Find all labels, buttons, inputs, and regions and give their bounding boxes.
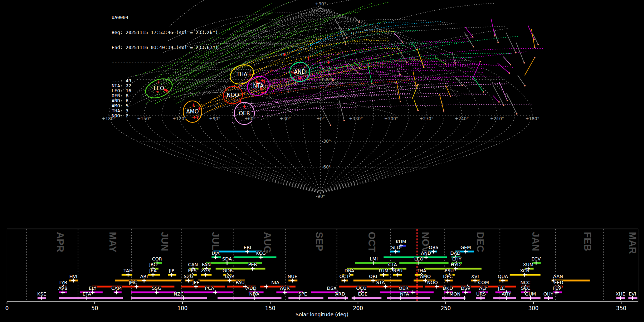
meteor-segment bbox=[396, 81, 400, 102]
shower-bar-label-PCA: PCA bbox=[205, 286, 214, 291]
shower-count-legend: ...: 49NTA: 22LEO: 16OER: 8AND: 6AMO: 5T… bbox=[112, 78, 224, 118]
shower-bar-label-LMI: LMI bbox=[370, 256, 377, 262]
shower-bar-ERI bbox=[213, 251, 262, 253]
shower-bar-label-CAP: CAP bbox=[225, 274, 234, 279]
meteor-segment-tip bbox=[323, 68, 324, 69]
shower-bar-label-QUA: QUA bbox=[498, 274, 508, 279]
meteor-segment-tip bbox=[443, 110, 444, 112]
shower-bar-label-SZC: SZC bbox=[184, 274, 193, 279]
shower-peak-cross-CAM bbox=[114, 291, 118, 294]
meteor-segment bbox=[411, 43, 416, 49]
axis-tick-label: 250 bbox=[440, 305, 451, 312]
shower-peak-cross-TAH bbox=[126, 273, 130, 277]
meteor-trail bbox=[238, 93, 410, 108]
meteor-segment-tip bbox=[345, 44, 346, 45]
meteor-segment-tip bbox=[406, 62, 408, 63]
meteor-segment bbox=[394, 33, 402, 42]
shower-peak-cross-SDA bbox=[225, 261, 229, 265]
shower-peak-cross-GEM bbox=[464, 250, 468, 254]
shower-bar-label-FEV: FEV bbox=[552, 286, 561, 291]
month-label-jul: JUL bbox=[210, 232, 221, 250]
radiant-cross bbox=[307, 57, 310, 60]
axis-tick-label: 200 bbox=[353, 305, 363, 312]
axis-tick-label: 150 bbox=[265, 305, 275, 312]
lon-axis-label: +180° bbox=[526, 116, 540, 121]
lon-axis-label: +300° bbox=[384, 116, 398, 121]
meteor-segment-tip bbox=[358, 21, 360, 23]
meteor-segment bbox=[473, 76, 483, 92]
observation-end: End: 20251116 03:40:39 (sol = 233.67°) bbox=[112, 45, 224, 50]
meteor-segment-tip bbox=[416, 49, 417, 50]
lat-axis-label: +30° bbox=[321, 77, 332, 82]
shower-peak-cross-RPU bbox=[396, 273, 400, 277]
meteor-segment-tip bbox=[371, 83, 373, 84]
shower-bar-label-PAU: PAU bbox=[235, 280, 244, 285]
shower-bar-label-JRC: JRC bbox=[149, 262, 157, 267]
shower-bar-EGE bbox=[352, 297, 381, 299]
legend-line: LEO: 16 bbox=[112, 88, 224, 93]
shower-peak-cross-ZCS bbox=[204, 273, 208, 277]
shower-peak-cross-ECV bbox=[534, 261, 538, 265]
meteor-segment bbox=[531, 29, 535, 48]
meteor-segment-tip bbox=[483, 91, 484, 93]
shower-bar-NZC bbox=[131, 297, 207, 299]
shower-bar-label-EGE: EGE bbox=[358, 291, 367, 297]
meteor-segment-tip bbox=[462, 85, 463, 86]
meteor-segment-tip bbox=[417, 84, 419, 85]
shower-bar-label-DRA: DRA bbox=[345, 268, 355, 273]
meteor-segment bbox=[412, 84, 418, 99]
month-label-jan: JAN bbox=[530, 232, 541, 251]
meteor-segment-tip bbox=[494, 35, 496, 36]
shower-bar-label-LUM: LUM bbox=[379, 268, 388, 273]
lon-axis-label: +30° bbox=[280, 116, 291, 121]
shower-bar-label-JEA: JEA bbox=[149, 268, 157, 273]
meteor-segment bbox=[491, 19, 495, 36]
legend-line: ...: 49 bbox=[112, 78, 224, 83]
legend-line: AND: 6 bbox=[112, 98, 224, 103]
lon-axis-label: +240° bbox=[455, 116, 469, 121]
meteor-segment bbox=[506, 33, 516, 53]
meteor-segment bbox=[499, 82, 507, 101]
shower-bar-label-ARI: ARI bbox=[140, 274, 148, 279]
shower-bar-DSX bbox=[311, 292, 339, 293]
shower-bar-label-NIA: NIA bbox=[271, 280, 279, 285]
shower-bar-label-IXA: IXA bbox=[212, 250, 220, 256]
shower-peak-cross-LMI bbox=[372, 261, 376, 265]
meteor-segment-tip bbox=[503, 104, 504, 106]
month-label-apr: APR bbox=[55, 232, 65, 252]
shower-bar-label-AUR: AUR bbox=[280, 286, 289, 291]
shower-peak-cross-NUE bbox=[291, 279, 294, 283]
shower-bar-label-FED: FED bbox=[554, 280, 564, 285]
meteor-trail bbox=[244, 93, 488, 104]
shower-peak-cross-ELY bbox=[91, 291, 94, 294]
radiant-and-timeline-plot: LEOTHANTAANDNOOAMOOER+180°+150°+120°+90°… bbox=[0, 0, 644, 322]
shower-peak-cross-ORI bbox=[371, 279, 375, 283]
shower-peak-cross-JPE bbox=[194, 285, 198, 289]
shower-peak-cross-MON bbox=[462, 296, 466, 300]
observation-beg: Beg: 20251115 17:53:45 (sol = 233.26°) bbox=[112, 30, 224, 35]
shower-bar-label-CAN: CAN bbox=[188, 262, 198, 267]
grid-meridian bbox=[321, 8, 409, 193]
axis-tick-label: 350 bbox=[616, 305, 626, 312]
shower-bar-SPE bbox=[288, 297, 323, 299]
shower-peak-cross-NTA bbox=[398, 296, 402, 300]
shower-peak-cross-JEA bbox=[151, 273, 155, 277]
lon-axis-label: +330° bbox=[349, 116, 363, 121]
shower-bar-label-PSU: PSU bbox=[445, 268, 454, 273]
shower-peak-cross-PCA bbox=[213, 291, 217, 294]
shower-peak-cross-OCT bbox=[342, 279, 346, 283]
shower-bar-label-MON: MON bbox=[449, 291, 460, 297]
shower-bar-label-FAN: FAN bbox=[202, 262, 211, 267]
shower-peak-cross-SZC bbox=[186, 279, 190, 283]
shower-peak-cross-EGE bbox=[352, 296, 356, 300]
meteor-segment-tip bbox=[450, 96, 451, 97]
shower-peak-cross-AND bbox=[424, 255, 428, 259]
station-info-block: UA0004 Beg: 20251115 17:53:45 (sol = 233… bbox=[112, 5, 224, 128]
shower-ellipse-label-OER: OER bbox=[239, 110, 250, 117]
shower-peak-cross-QUA bbox=[501, 279, 505, 283]
shower-bar-label-HVI: HVI bbox=[69, 274, 78, 279]
shower-bar-JPE bbox=[181, 286, 225, 288]
shower-peak-cross-XCB bbox=[523, 273, 527, 277]
lon-axis-label: +210° bbox=[490, 116, 504, 121]
shower-ellipse-label-THA: THA bbox=[236, 71, 248, 78]
